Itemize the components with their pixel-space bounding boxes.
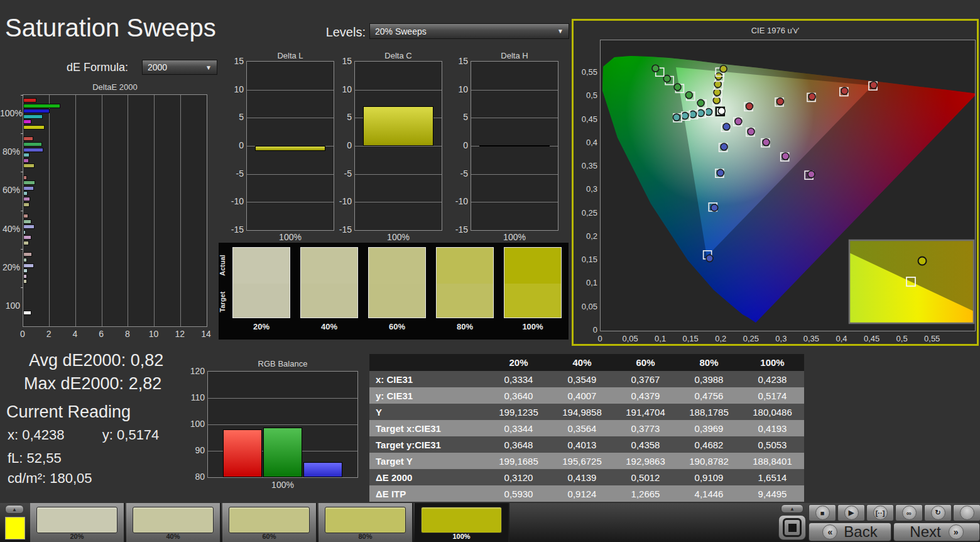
bar-yellow: [23, 279, 27, 284]
cie-y-tick-label: 0,1: [575, 278, 597, 287]
cie-measured-magenta-20%: [735, 118, 742, 125]
patch-label: 80%: [436, 322, 494, 331]
patch-label: 20%: [232, 322, 290, 331]
y-tick: [21, 287, 23, 288]
bar-red: [23, 214, 28, 218]
table-cell: 0,3120: [487, 469, 550, 485]
delta-h-xlabel: 100%: [471, 232, 558, 242]
y-axis-tick-label: 15: [220, 56, 244, 66]
bar-green: [23, 258, 27, 262]
bar-cyan: [23, 153, 30, 157]
back-button[interactable]: « Back: [808, 523, 891, 541]
patch-40%: [300, 247, 358, 318]
gridline: [49, 95, 50, 326]
pattern-slot-swatch: [133, 507, 214, 533]
table-cell: 0,4013: [550, 436, 614, 453]
de-formula-dropdown[interactable]: 2000 ▼: [142, 60, 217, 75]
scroll-up-button[interactable]: ▲: [5, 505, 24, 514]
table-cell: 195,6725: [550, 453, 614, 469]
levels-dropdown[interactable]: 20% Sweeps ▼: [369, 23, 569, 39]
gridline: [247, 90, 334, 91]
gridline: [247, 118, 334, 118]
gridline: [75, 95, 76, 326]
marker-button[interactable]: [··]: [866, 504, 894, 521]
y-axis-tick-label: -15: [328, 224, 352, 235]
table-col-header: 60%: [614, 354, 677, 371]
cie-y-tick-label: 0,55: [575, 67, 597, 77]
actual-swatch: [301, 248, 357, 284]
patch-60%: [368, 247, 426, 318]
table-row-label: Target x:CIE31: [369, 420, 487, 436]
bar-white: [23, 311, 31, 315]
cie-title: CIE 1976 u'v': [574, 26, 977, 35]
target-swatch: [301, 284, 357, 318]
delta-h-title: Delta H: [471, 51, 558, 60]
group-label: 80%: [0, 147, 20, 157]
pattern-slot-80%[interactable]: 80%: [318, 503, 413, 542]
y-axis-tick-label: 15: [444, 56, 468, 66]
patch-label: 40%: [300, 322, 358, 331]
pattern-slot-60%[interactable]: 60%: [222, 503, 317, 542]
table-row: Target Y199,1685195,6725192,9863190,8782…: [369, 453, 804, 469]
cie-diagram-panel[interactable]: CIE 1976 u'v': [572, 19, 979, 346]
play-button[interactable]: ▶: [837, 504, 865, 521]
table-cell: 191,4704: [614, 404, 677, 420]
table-cell: 194,9858: [550, 404, 614, 420]
table-cell: 180,0486: [741, 404, 804, 420]
cie-y-tick-label: 0,3: [575, 184, 597, 194]
table-cell: 0,3334: [487, 371, 550, 387]
de-formula-label: dE Formula:: [67, 61, 128, 74]
blank-button[interactable]: [953, 504, 980, 521]
next-button[interactable]: Next »: [893, 523, 980, 541]
pattern-slot-40%[interactable]: 40%: [126, 503, 221, 542]
refresh-icon: ↻: [931, 506, 945, 520]
refresh-button[interactable]: ↻: [924, 504, 952, 521]
table-cell: 0,3549: [550, 371, 614, 387]
cie-measured-blue-40%: [721, 143, 727, 150]
target-axis-label: Target: [219, 287, 226, 317]
bar-cyan: [23, 114, 43, 119]
y-axis-tick-label: 0: [444, 140, 468, 150]
bar-yellow: [363, 106, 433, 146]
x-axis-tick-label: 0: [15, 329, 30, 339]
cie-x-tick-label: 0,15: [679, 334, 702, 343]
patch-label: 100%: [504, 322, 562, 331]
cie-x-tick-label: 0,25: [739, 334, 762, 343]
cie-measured-green-60%: [674, 84, 681, 91]
table-col-header: 100%: [741, 354, 804, 371]
table-cell: 1,6514: [741, 469, 804, 485]
pattern-slot-100%[interactable]: 100%: [415, 503, 509, 542]
pattern-slot-20%[interactable]: 20%: [30, 503, 125, 542]
bar-red: [23, 175, 27, 180]
table-col-header: 40%: [550, 354, 614, 371]
y-axis-tick-label: -15: [444, 224, 468, 235]
table-cell: 0,9124: [550, 485, 614, 502]
table-cell: 0,4379: [614, 387, 677, 404]
loop-icon: ∞: [902, 506, 917, 520]
stop-button[interactable]: ■: [808, 504, 836, 521]
gridline: [128, 95, 128, 326]
loop-button[interactable]: ∞: [895, 504, 923, 521]
bar-red: [23, 252, 32, 257]
bar-yellow: [23, 125, 45, 130]
y-axis-tick-label: -10: [444, 196, 468, 206]
group-label: 40%: [0, 224, 20, 234]
cie-measured-cyan-40%: [697, 109, 704, 116]
table-cell: 0,3640: [487, 387, 550, 404]
scroll-up-button-right[interactable]: ▲: [781, 504, 803, 513]
y-tick: [21, 133, 23, 134]
bar-green: [23, 142, 42, 147]
next-chevrons-icon: »: [949, 524, 964, 539]
cie-x-tick-label: 0,55: [921, 334, 944, 343]
delta-l-title: Delta L: [246, 51, 334, 60]
table-row-label: x: CIE31: [369, 371, 487, 387]
bar-blue: [303, 462, 342, 477]
cie-measured-red-20%: [746, 103, 753, 110]
pattern-window-button[interactable]: [778, 515, 806, 540]
chevron-down-icon: ▼: [205, 64, 212, 71]
active-pattern-swatch: [5, 517, 25, 539]
avg-de2000-stat: Avg dE2000: 0,82: [29, 351, 163, 370]
y-axis-tick-label: -10: [328, 196, 352, 206]
table-row-label: ΔE 2000: [369, 469, 487, 485]
table-cell: 4,1446: [677, 485, 741, 502]
